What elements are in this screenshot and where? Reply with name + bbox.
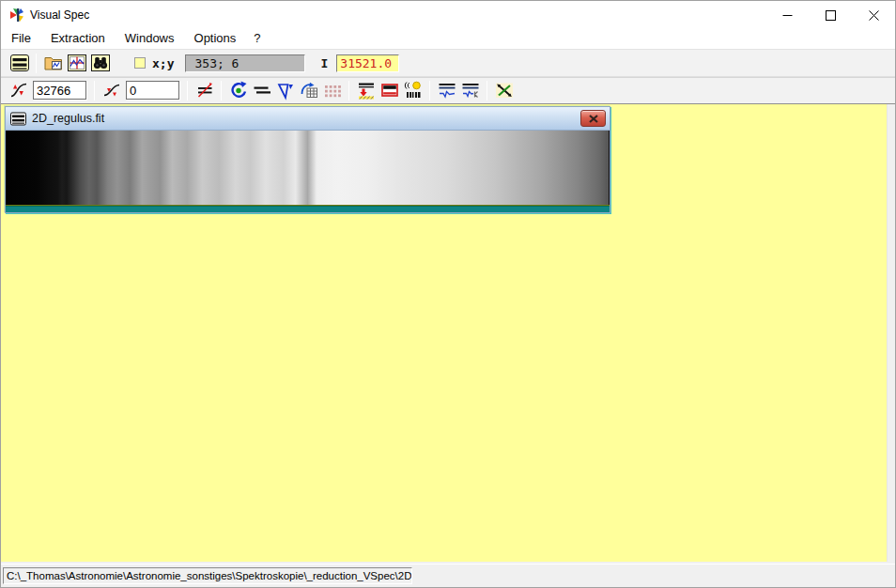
spectrum-image[interactable] xyxy=(6,131,610,205)
calibration-lamp-button[interactable] xyxy=(401,79,425,102)
low-cut-button[interactable] xyxy=(100,79,123,102)
high-cut-button[interactable] xyxy=(7,79,30,102)
app-logo-icon xyxy=(9,8,24,23)
intensity-label: I xyxy=(320,56,328,70)
xy-coordinates-display: 353; 6 xyxy=(185,54,305,72)
plot-document-button[interactable] xyxy=(65,52,88,75)
high-cut-curve-icon xyxy=(8,80,29,101)
nabla-icon xyxy=(275,80,296,101)
open-file-button[interactable] xyxy=(41,52,65,75)
spectrum-teal-strip xyxy=(6,206,610,212)
display-series-icon xyxy=(9,53,30,73)
maximize-button[interactable] xyxy=(809,1,852,29)
window-title: Visual Spec xyxy=(30,8,89,22)
minimize-button[interactable] xyxy=(765,1,809,29)
document-icon xyxy=(10,112,26,126)
table-export-icon xyxy=(299,80,319,101)
menu-help[interactable]: ? xyxy=(247,29,267,49)
menu-options[interactable]: Options xyxy=(186,29,245,49)
menu-extraction[interactable]: Extraction xyxy=(42,29,114,49)
visual-spec-window: Visual Spec File Extraction Windows Opti… xyxy=(0,0,896,588)
status-file-path: C:\_Thomas\Astronomie\Astronomie_sonstig… xyxy=(3,567,412,584)
close-icon xyxy=(589,115,598,123)
toolbar-separator xyxy=(348,81,349,101)
minimize-icon xyxy=(782,10,793,21)
titlebar: Visual Spec xyxy=(1,1,895,29)
extract-profile-button[interactable] xyxy=(354,79,378,102)
plot-document-icon xyxy=(67,53,87,73)
workspace-background: 2D_regulus.fit xyxy=(1,104,888,562)
nabla-button[interactable] xyxy=(273,79,297,102)
toolbar-separator xyxy=(187,81,188,101)
toolbar-separator xyxy=(487,81,487,101)
xy-checkbox[interactable] xyxy=(134,57,146,69)
toolbar-separator xyxy=(94,81,95,101)
binoculars-icon xyxy=(90,53,111,73)
reject-curve-icon xyxy=(194,80,215,101)
table-export-button[interactable] xyxy=(297,79,320,102)
intensity-display: 31521.0 xyxy=(336,54,399,72)
status-bar: C:\_Thomas\Astronomie\Astronomie_sonstig… xyxy=(1,564,895,587)
xy-label: x;y xyxy=(152,56,174,70)
low-threshold-input[interactable] xyxy=(126,81,179,100)
close-icon xyxy=(869,10,879,21)
align-lines-button[interactable] xyxy=(250,79,273,102)
toolbar-separator xyxy=(429,81,430,101)
reference-zone-button[interactable] xyxy=(378,79,401,102)
document-close-button[interactable] xyxy=(580,110,606,127)
workspace: 2D_regulus.fit xyxy=(1,104,895,564)
rotate-button[interactable] xyxy=(226,79,250,102)
menu-file[interactable]: File xyxy=(3,29,39,49)
toolbar-main: x;y 353; 6 I 31521.0 xyxy=(1,50,895,77)
extract-profile-icon xyxy=(356,80,377,101)
document-title: 2D_regulus.fit xyxy=(32,112,580,125)
reference-zone-icon xyxy=(379,80,400,101)
menu-windows[interactable]: Windows xyxy=(116,29,183,49)
display-series-button[interactable] xyxy=(8,52,31,75)
close-button[interactable] xyxy=(852,1,895,29)
scatter-arrows-icon xyxy=(494,80,515,101)
sky-lines-b-icon xyxy=(460,80,481,101)
toolbar-separator xyxy=(36,54,37,73)
dots-grid-icon xyxy=(322,80,343,101)
sky-lines-a-button[interactable] xyxy=(435,79,458,102)
toolbar-processing xyxy=(1,77,895,104)
high-threshold-input[interactable] xyxy=(33,81,86,100)
calibration-lamp-icon xyxy=(403,80,424,101)
open-folder-icon xyxy=(43,53,64,73)
sky-lines-b-button[interactable] xyxy=(458,79,482,102)
window-controls xyxy=(765,1,895,29)
toolbar-separator xyxy=(221,81,222,101)
document-window[interactable]: 2D_regulus.fit xyxy=(5,106,610,213)
align-lines-icon xyxy=(252,80,272,101)
maximize-icon xyxy=(826,10,836,21)
browse-button[interactable] xyxy=(88,52,112,75)
low-cut-curve-icon xyxy=(101,80,122,101)
scatter-arrows-button[interactable] xyxy=(492,79,516,102)
document-titlebar[interactable]: 2D_regulus.fit xyxy=(6,107,610,131)
menu-bar: File Extraction Windows Options ? xyxy=(1,29,895,50)
sky-lines-a-icon xyxy=(437,80,457,101)
rotate-icon xyxy=(228,80,249,101)
dots-grid-button-disabled xyxy=(320,79,344,102)
reject-curve-button[interactable] xyxy=(193,79,216,102)
